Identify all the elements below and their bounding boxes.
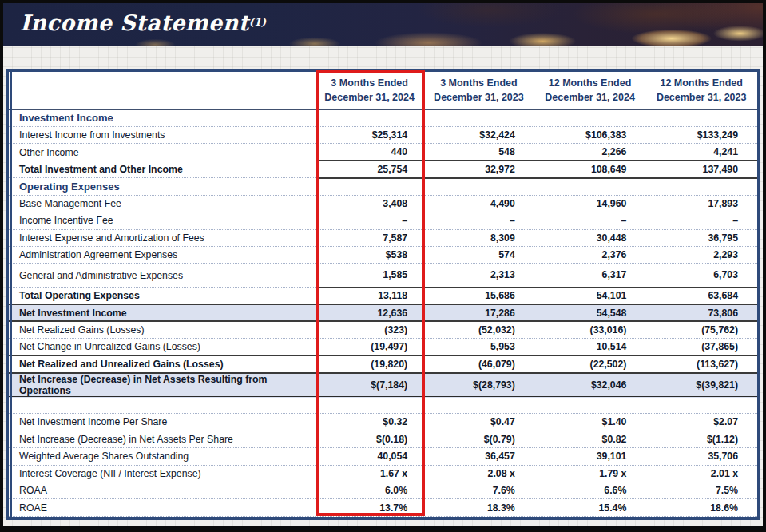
cell-value xyxy=(534,398,646,413)
cell-value: $25,314 xyxy=(316,126,423,143)
cell-value: 2,293 xyxy=(645,247,757,264)
cell-value: $32,046 xyxy=(534,373,646,399)
cell-value: 15.4% xyxy=(534,499,646,517)
footnote-marker: (1) xyxy=(249,16,266,28)
cell-value xyxy=(645,109,757,126)
column-header-line2: December 31, 2023 xyxy=(423,90,534,105)
cell-value: 7.5% xyxy=(645,482,757,499)
cell-value: $2.07 xyxy=(645,414,757,431)
row-label: Interest Coverage (NII / Interest Expens… xyxy=(9,465,316,482)
cell-value: 54,101 xyxy=(534,288,646,304)
cell-value: 137,490 xyxy=(645,161,757,177)
table-row: Investment Income xyxy=(9,109,757,126)
cell-value: 39,101 xyxy=(534,448,646,465)
cell-value xyxy=(423,398,534,413)
row-label: Net Change in Unrealized Gains (Losses) xyxy=(9,339,316,355)
slide-frame: Income Statement(1) 3 Months Ended Decem… xyxy=(0,0,766,532)
table-row: Income Incentive Fee–––– xyxy=(9,212,757,229)
table-row: Net Investment Income Per Share$0.32$0.4… xyxy=(9,414,757,431)
cell-value: 4,490 xyxy=(423,195,534,212)
cell-value: 4,241 xyxy=(645,144,757,161)
row-label: Operating Expenses xyxy=(9,178,316,195)
cell-value: 1,585 xyxy=(316,264,423,288)
title-banner: Income Statement(1) xyxy=(3,3,763,46)
column-header-line1: 3 Months Ended xyxy=(316,76,423,90)
table-row: ROAE13.7%18.3%15.4%18.6% xyxy=(9,499,757,517)
row-label: Total Operating Expenses xyxy=(9,288,316,304)
cell-value: $(39,821) xyxy=(645,373,757,399)
row-label: ROAA xyxy=(9,482,316,499)
cell-value: 18.3% xyxy=(423,499,534,517)
column-header-q4-2024: 3 Months Ended December 31, 2024 xyxy=(316,72,423,109)
column-header-fy-2023: 12 Months Ended December 31, 2023 xyxy=(645,72,757,109)
cell-value: 2,376 xyxy=(534,247,646,264)
cell-value: 6.0% xyxy=(316,482,423,499)
cell-value: 13,118 xyxy=(316,288,423,304)
cell-value: 2,266 xyxy=(534,144,646,161)
table-header: 3 Months Ended December 31, 2024 3 Month… xyxy=(9,72,757,109)
cell-value: $133,249 xyxy=(645,126,757,143)
row-label: General and Administrative Expenses xyxy=(9,264,316,288)
cell-value xyxy=(645,178,757,195)
cell-value xyxy=(316,109,423,126)
cell-value: 73,806 xyxy=(645,304,757,321)
cell-value: 36,795 xyxy=(645,229,757,246)
cell-value: 13.7% xyxy=(316,499,423,517)
cell-value: 108,649 xyxy=(534,161,646,177)
table-row: ROAA6.0%7.6%6.6%7.5% xyxy=(9,482,757,499)
table-row: Net Change in Unrealized Gains (Losses)(… xyxy=(9,339,757,355)
row-label: Net Increase (Decrease) in Net Assets Pe… xyxy=(9,431,316,447)
row-label: Net Increase (Decrease) in Net Assets Re… xyxy=(9,373,316,399)
cell-value: (19,497) xyxy=(316,339,423,355)
column-header-line2: December 31, 2024 xyxy=(316,90,423,105)
cell-value xyxy=(534,109,646,126)
row-label: Interest Income from Investments xyxy=(9,126,316,143)
cell-value: $0.82 xyxy=(534,431,646,447)
cell-value: 440 xyxy=(316,144,423,161)
cell-value: $(28,793) xyxy=(423,373,534,399)
cell-value xyxy=(534,178,646,195)
cell-value: $(0.18) xyxy=(316,431,423,447)
cell-value: 7,587 xyxy=(316,229,423,246)
cell-value xyxy=(316,398,423,413)
row-label: Base Management Fee xyxy=(9,195,316,212)
cell-value: 1.67 x xyxy=(316,465,423,482)
cell-value xyxy=(423,109,534,126)
cell-value: 6,703 xyxy=(645,264,757,288)
cell-value: $0.47 xyxy=(423,414,534,431)
cell-value: – xyxy=(534,212,646,229)
table-body: Investment IncomeInterest Income from In… xyxy=(9,109,757,517)
row-label: Interest Expense and Amortization of Fee… xyxy=(9,229,316,246)
cell-value: (37,865) xyxy=(645,339,757,355)
row-label: Income Incentive Fee xyxy=(9,212,316,229)
column-header-empty xyxy=(9,72,316,109)
cell-value: 63,684 xyxy=(645,288,757,304)
cell-value: 14,960 xyxy=(534,195,646,212)
row-label: Other Income xyxy=(9,144,316,161)
cell-value: 18.6% xyxy=(645,499,757,517)
table-row: Other Income4405482,2664,241 xyxy=(9,144,757,161)
cell-value: $(1.12) xyxy=(645,431,757,447)
table-row xyxy=(9,398,757,413)
row-label: Weighted Average Shares Outstanding xyxy=(9,448,316,465)
table-row: Net Increase (Decrease) in Net Assets Re… xyxy=(9,373,757,399)
cell-value: 2.01 x xyxy=(645,465,757,482)
cell-value: 17,286 xyxy=(423,304,534,321)
cell-value: 36,457 xyxy=(423,448,534,465)
cell-value xyxy=(316,178,423,195)
row-label xyxy=(9,398,316,413)
row-label: Investment Income xyxy=(9,109,316,126)
cell-value xyxy=(645,398,757,413)
cell-value: 35,706 xyxy=(645,448,757,465)
cell-value: (19,820) xyxy=(316,355,423,372)
cell-value: 574 xyxy=(423,247,534,264)
cell-value: (46,079) xyxy=(423,355,534,372)
cell-value: 12,636 xyxy=(316,304,423,321)
cell-value: $538 xyxy=(316,247,423,264)
cell-value: (52,032) xyxy=(423,321,534,338)
cell-value: (113,627) xyxy=(645,355,757,372)
cell-value: (33,016) xyxy=(534,321,646,338)
page-title: Income Statement(1) xyxy=(20,10,266,35)
cell-value: 2,313 xyxy=(423,264,534,288)
cell-value: (323) xyxy=(316,321,423,338)
